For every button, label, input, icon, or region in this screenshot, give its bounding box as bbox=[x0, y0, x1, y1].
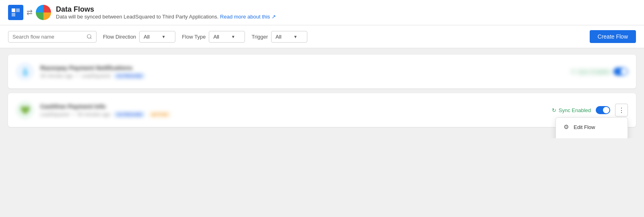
flow-info-1: Razorpay Payment Notifications 30 minute… bbox=[40, 64, 565, 79]
sync-arrows-icon: ⇄ bbox=[27, 8, 33, 17]
flow-right-1: ↻ Sync Enabled bbox=[571, 68, 628, 76]
flow-icon-2: 💚 bbox=[16, 101, 34, 119]
page-subtitle: Data will be synced between LeadSquared … bbox=[56, 14, 276, 20]
edit-flow-label: Edit Flow bbox=[574, 124, 595, 130]
external-link-icon: ↗ bbox=[272, 14, 276, 20]
sync-status-2: ↻ Sync Enabled bbox=[552, 107, 591, 113]
flow-dropdown-menu: ⚙ Edit Flow 🗑 Delete Flow ▦ View Logs ⧉ … bbox=[556, 117, 628, 138]
flow-direction-select[interactable]: All ▼ bbox=[139, 31, 175, 43]
edit-flow-item[interactable]: ⚙ Edit Flow bbox=[556, 119, 628, 135]
header-text: Data Flows Data will be synced between L… bbox=[56, 5, 276, 20]
flow-type-select[interactable]: All ▼ bbox=[209, 31, 245, 43]
flow-name-1: Razorpay Payment Notifications bbox=[40, 64, 565, 71]
flow-tag-2a: OUTBOUND bbox=[113, 111, 145, 118]
search-box[interactable] bbox=[8, 31, 97, 43]
toolbar: Flow Direction All ▼ Flow Type All ▼ Tri… bbox=[0, 25, 644, 48]
flow-meta-1: 30 minutes ago • LeadSquared OUTBOUND bbox=[40, 73, 565, 79]
flow-type-label: Flow Type bbox=[182, 34, 206, 40]
flow-direction-label: Flow Direction bbox=[103, 34, 136, 40]
flow-name-2: Cashfree Payment Info bbox=[40, 103, 545, 110]
third-party-logo bbox=[36, 5, 51, 20]
flow-tag-1: OUTBOUND bbox=[113, 73, 145, 79]
flow-type-value: All bbox=[213, 34, 219, 40]
search-input[interactable] bbox=[12, 34, 86, 40]
sync-toggle-2[interactable] bbox=[596, 106, 610, 114]
flow-meta-2: LeadSquared • 50 minutes ago OUTBOUND AC… bbox=[40, 111, 545, 118]
page-title: Data Flows bbox=[56, 5, 276, 14]
flow-card-1: 💧 Razorpay Payment Notifications 30 minu… bbox=[8, 55, 636, 88]
svg-line-4 bbox=[91, 38, 92, 39]
trigger-filter: Trigger All ▼ bbox=[251, 31, 307, 43]
trigger-value: All bbox=[276, 34, 281, 40]
trigger-label: Trigger bbox=[251, 34, 268, 40]
flow-right-2: ↻ Sync Enabled ⋮ bbox=[552, 104, 628, 117]
leadsquared-logo bbox=[8, 5, 23, 20]
more-options-button[interactable]: ⋮ bbox=[615, 104, 628, 117]
create-flow-button[interactable]: Create Flow bbox=[590, 30, 636, 43]
gear-icon: ⚙ bbox=[562, 123, 570, 131]
flow-tag-2b: ACTIVE bbox=[148, 111, 171, 118]
chevron-down-icon-2: ▼ bbox=[231, 35, 235, 39]
svg-rect-0 bbox=[12, 8, 15, 12]
flow-type-filter: Flow Type All ▼ bbox=[182, 31, 245, 43]
sync-icon-2: ↻ bbox=[552, 107, 556, 113]
flow-direction-value: All bbox=[144, 34, 149, 40]
delete-flow-item[interactable]: 🗑 Delete Flow bbox=[556, 135, 628, 138]
search-icon bbox=[86, 34, 92, 39]
logo-area: ⇄ bbox=[8, 5, 51, 20]
trigger-select[interactable]: All ▼ bbox=[271, 31, 307, 43]
read-more-link[interactable]: Read more about this ↗ bbox=[220, 14, 276, 20]
svg-rect-1 bbox=[16, 8, 20, 12]
chevron-down-icon: ▼ bbox=[162, 35, 166, 39]
flows-list: 💧 Razorpay Payment Notifications 30 minu… bbox=[0, 48, 644, 138]
flow-direction-filter: Flow Direction All ▼ bbox=[103, 31, 175, 43]
chevron-down-icon-3: ▼ bbox=[294, 35, 298, 39]
flow-info-2: Cashfree Payment Info LeadSquared • 50 m… bbox=[40, 103, 545, 118]
svg-rect-2 bbox=[12, 13, 15, 16]
svg-point-3 bbox=[87, 35, 91, 38]
sync-icon-1: ↻ bbox=[571, 69, 576, 75]
page-header: ⇄ Data Flows Data will be synced between… bbox=[0, 0, 644, 25]
sync-status-1: ↻ Sync Enabled bbox=[571, 69, 610, 75]
flow-icon-1: 💧 bbox=[16, 63, 34, 80]
flow-card-2: 💚 Cashfree Payment Info LeadSquared • 50… bbox=[8, 93, 636, 127]
sync-toggle-1[interactable] bbox=[613, 68, 628, 76]
